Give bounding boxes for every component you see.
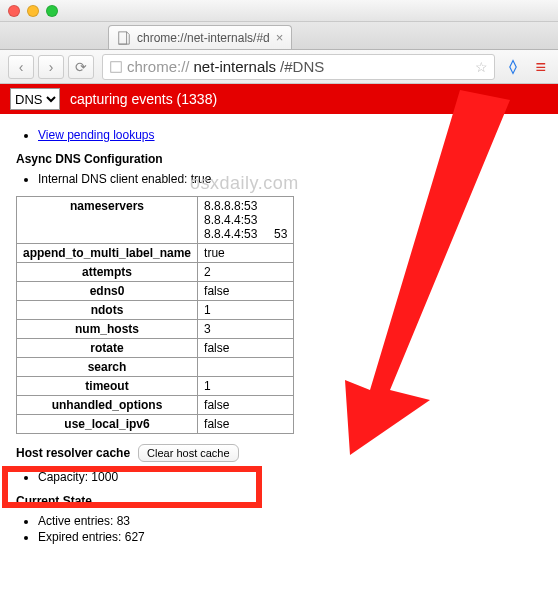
current-state-heading: Current State bbox=[16, 494, 542, 508]
capturing-text: capturing events (1338) bbox=[70, 91, 217, 107]
tab-strip: chrome://net-internals/#d × bbox=[0, 22, 558, 50]
table-row: use_local_ipv6false bbox=[17, 415, 294, 434]
view-pending-lookups-link[interactable]: View pending lookups bbox=[38, 128, 155, 142]
table-row: timeout1 bbox=[17, 377, 294, 396]
browser-tab[interactable]: chrome://net-internals/#d × bbox=[108, 25, 292, 49]
config-key: append_to_multi_label_name bbox=[17, 244, 198, 263]
close-window-button[interactable] bbox=[8, 5, 20, 17]
back-button[interactable]: ‹ bbox=[8, 55, 34, 79]
config-value: false bbox=[198, 396, 294, 415]
table-row: rotatefalse bbox=[17, 339, 294, 358]
config-key: rotate bbox=[17, 339, 198, 358]
internal-dns-client-item: Internal DNS client enabled: true bbox=[38, 172, 542, 186]
clear-host-cache-button[interactable]: Clear host cache bbox=[138, 444, 239, 462]
config-key: attempts bbox=[17, 263, 198, 282]
config-key: ndots bbox=[17, 301, 198, 320]
section-select[interactable]: DNS bbox=[10, 88, 60, 110]
capacity-item: Capacity: 1000 bbox=[38, 470, 542, 484]
table-row: attempts2 bbox=[17, 263, 294, 282]
table-row: edns0false bbox=[17, 282, 294, 301]
nameservers-value: 8.8.8.8:53 8.8.4.4:53 8.8.4.4:53 53 bbox=[198, 197, 294, 244]
table-row: ndots1 bbox=[17, 301, 294, 320]
config-key: unhandled_options bbox=[17, 396, 198, 415]
hamburger-menu-icon[interactable]: ≡ bbox=[531, 58, 550, 76]
svg-rect-0 bbox=[119, 31, 127, 43]
config-value: true bbox=[198, 244, 294, 263]
config-value: 1 bbox=[198, 301, 294, 320]
minimize-window-button[interactable] bbox=[27, 5, 39, 17]
page-content: View pending lookups Async DNS Configura… bbox=[0, 114, 558, 574]
table-row: append_to_multi_label_nametrue bbox=[17, 244, 294, 263]
config-value: false bbox=[198, 339, 294, 358]
window-controls bbox=[8, 5, 58, 17]
site-icon bbox=[109, 60, 123, 74]
svg-rect-1 bbox=[111, 61, 122, 72]
table-row: unhandled_optionsfalse bbox=[17, 396, 294, 415]
config-key: use_local_ipv6 bbox=[17, 415, 198, 434]
table-row: nameservers 8.8.8.8:53 8.8.4.4:53 8.8.4.… bbox=[17, 197, 294, 244]
forward-button[interactable]: › bbox=[38, 55, 64, 79]
window-titlebar bbox=[0, 0, 558, 22]
expired-entries-item: Expired entries: 627 bbox=[38, 530, 542, 544]
dns-config-table: nameservers 8.8.8.8:53 8.8.4.4:53 8.8.4.… bbox=[16, 196, 294, 434]
extension-icon[interactable] bbox=[503, 57, 523, 77]
nameservers-label: nameservers bbox=[17, 197, 198, 244]
config-value: 3 bbox=[198, 320, 294, 339]
config-value: false bbox=[198, 282, 294, 301]
table-row: num_hosts3 bbox=[17, 320, 294, 339]
page-icon bbox=[117, 31, 131, 45]
config-key: edns0 bbox=[17, 282, 198, 301]
config-value bbox=[198, 358, 294, 377]
config-key: num_hosts bbox=[17, 320, 198, 339]
browser-toolbar: ‹ › ⟳ chrome://net-internals/#DNS ☆ ≡ bbox=[0, 50, 558, 84]
tab-title: chrome://net-internals/#d bbox=[137, 31, 270, 45]
url-host: net-internals bbox=[194, 58, 277, 75]
config-value: false bbox=[198, 415, 294, 434]
table-row: search bbox=[17, 358, 294, 377]
zoom-window-button[interactable] bbox=[46, 5, 58, 17]
url-scheme: chrome:// bbox=[127, 58, 190, 75]
config-key: search bbox=[17, 358, 198, 377]
config-key: timeout bbox=[17, 377, 198, 396]
active-entries-item: Active entries: 83 bbox=[38, 514, 542, 528]
address-bar[interactable]: chrome://net-internals/#DNS ☆ bbox=[102, 54, 495, 80]
bookmark-star-icon[interactable]: ☆ bbox=[475, 59, 488, 75]
async-dns-heading: Async DNS Configuration bbox=[16, 152, 542, 166]
config-value: 1 bbox=[198, 377, 294, 396]
reload-button[interactable]: ⟳ bbox=[68, 55, 94, 79]
url-path: /#DNS bbox=[280, 58, 324, 75]
config-value: 2 bbox=[198, 263, 294, 282]
close-tab-icon[interactable]: × bbox=[276, 30, 284, 45]
capturing-bar: DNS capturing events (1338) bbox=[0, 84, 558, 114]
host-resolver-cache-heading: Host resolver cache bbox=[16, 446, 130, 460]
